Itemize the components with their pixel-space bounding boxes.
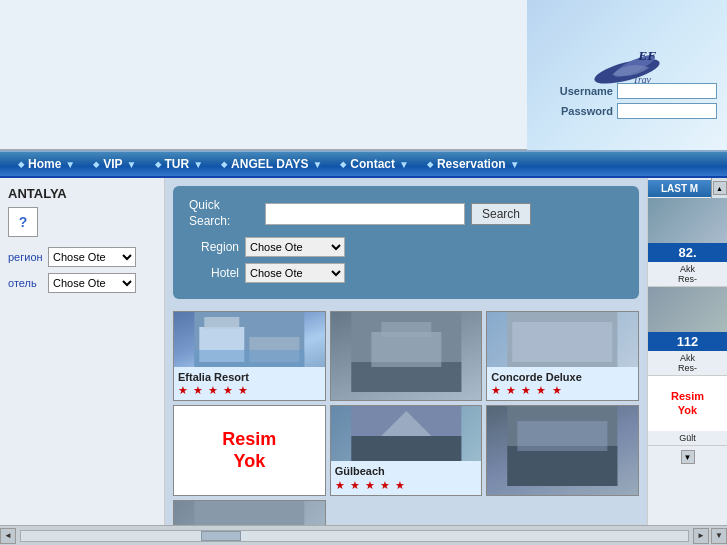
nav-tur-arrow: ▼ (193, 159, 203, 170)
last-minute-resim-yok: ResimYok (671, 390, 704, 416)
hotel-filter-row: отель Chose Ote (8, 273, 156, 293)
nav-contact-arrow: ▼ (399, 159, 409, 170)
hotel-filter-label: отель (8, 277, 44, 289)
nav-home[interactable]: ◆ Home ▼ (10, 155, 83, 173)
region-dropdown-label: Region (189, 240, 239, 254)
nav-bullet-reservation: ◆ (427, 160, 433, 169)
hotel-stars-concorde: ★ ★ ★ ★ ★ (491, 384, 634, 397)
last-minute-price-1: 82. (648, 243, 727, 262)
nav-reservation-arrow: ▼ (510, 159, 520, 170)
quick-search-row: QuickSearch: Search (189, 198, 623, 229)
svg-rect-21 (194, 501, 304, 525)
hotel-cell-mid2[interactable] (486, 405, 639, 495)
navbar: ◆ Home ▼ ◆ VIP ▼ ◆ TUR ▼ ◆ ANGEL DAYS ▼ … (0, 150, 727, 178)
nav-angel-label: ANGEL DAYS (231, 157, 308, 171)
map-icon[interactable]: ? (8, 207, 38, 237)
hotel-name-gulbeach: Gülbeach (335, 464, 478, 478)
svg-rect-14 (513, 322, 613, 362)
svg-rect-6 (204, 317, 239, 329)
left-panel: ANTALYA ? регион Chose Ote отель Chose O… (0, 178, 165, 525)
last-minute-card-2[interactable]: 112 AkkRes- (648, 287, 727, 376)
right-panel: LAST M ▲ 82. AkkRes- 112 AkkRes- ResimYo… (647, 178, 727, 525)
hotel-cell-mid1[interactable] (330, 311, 483, 401)
svg-rect-20 (518, 421, 608, 451)
nav-tur[interactable]: ◆ TUR ▼ (147, 155, 212, 173)
region-select[interactable]: Chose Ote (48, 247, 136, 267)
nav-bullet-tur: ◆ (155, 160, 161, 169)
nav-reservation-label: Reservation (437, 157, 506, 171)
header: EF Trav Username Password (0, 0, 727, 150)
scroll-left-arrow[interactable]: ◄ (0, 528, 16, 544)
scrollbar-track[interactable] (20, 530, 689, 542)
nav-home-arrow: ▼ (65, 159, 75, 170)
hotels-grid: Eftalia Resort ★ ★ ★ ★ ★ (173, 311, 639, 525)
password-input[interactable] (617, 103, 717, 119)
last-minute-card-3[interactable]: ResimYok Gült (648, 376, 727, 446)
center-panel: QuickSearch: Search Region Chose Ote Hot… (165, 178, 647, 525)
password-label: Password (553, 105, 613, 117)
main-layout: ANTALYA ? регион Chose Ote отель Chose O… (0, 178, 727, 525)
hotel-cell-rixos[interactable]: Rixos Lares ★ ★ ★ ★ ★ (173, 500, 326, 525)
resim-yok-text: ResimYok (222, 429, 276, 472)
nav-reservation[interactable]: ◆ Reservation ▼ (419, 155, 528, 173)
svg-rect-16 (351, 436, 461, 461)
nav-bullet-contact: ◆ (340, 160, 346, 169)
svg-rect-19 (508, 446, 618, 486)
last-minute-header: LAST M (648, 180, 711, 197)
nav-angel[interactable]: ◆ ANGEL DAYS ▼ (213, 155, 330, 173)
scrollbar-thumb[interactable] (201, 531, 241, 541)
hotel-cell-eftalia[interactable]: Eftalia Resort ★ ★ ★ ★ ★ (173, 311, 326, 401)
nav-bullet-angel: ◆ (221, 160, 227, 169)
nav-vip[interactable]: ◆ VIP ▼ (85, 155, 144, 173)
last-minute-img-1 (648, 198, 727, 243)
hotel-cell-concorde[interactable]: Concorde Deluxe ★ ★ ★ ★ ★ (486, 311, 639, 401)
svg-rect-8 (194, 350, 304, 367)
bottom-scrollbar: ◄ ► ▼ (0, 525, 727, 545)
region-dropdown-row: Region Chose Ote (189, 237, 623, 257)
vscroll-up-arrow[interactable]: ▲ (713, 181, 727, 195)
nav-vip-label: VIP (103, 157, 122, 171)
hotel-select[interactable]: Chose Ote (48, 273, 136, 293)
username-label: Username (553, 85, 613, 97)
username-input[interactable] (617, 83, 717, 99)
last-minute-name-1: AkkRes- (648, 262, 727, 286)
last-minute-price-2: 112 (648, 332, 727, 351)
hotel-cell-gulbeach[interactable]: Gülbeach ★ ★ ★ ★ ★ (330, 405, 483, 495)
quick-search-label: QuickSearch: (189, 198, 259, 229)
search-input[interactable] (265, 203, 465, 225)
hotel-dropdown-row: Hotel Chose Ote (189, 263, 623, 283)
scroll-right-arrow[interactable]: ► (693, 528, 709, 544)
last-minute-img-2 (648, 287, 727, 332)
login-form: Username Password (553, 83, 717, 119)
hotel-dropdown[interactable]: Chose Ote (245, 263, 345, 283)
hotel-info-gulbeach: Gülbeach ★ ★ ★ ★ ★ (331, 461, 482, 494)
vscroll-down-arrow[interactable]: ▼ (681, 450, 695, 464)
hotel-name-eftalia: Eftalia Resort (178, 370, 321, 384)
hotel-info-concorde: Concorde Deluxe ★ ★ ★ ★ ★ (487, 367, 638, 400)
nav-bullet-home: ◆ (18, 160, 24, 169)
logo-area: EF Trav (527, 0, 727, 150)
svg-text:EF: EF (637, 48, 656, 63)
vscroll-bottom-arrow-2[interactable]: ▼ (711, 528, 727, 544)
hotel-dropdown-label: Hotel (189, 266, 239, 280)
nav-home-label: Home (28, 157, 61, 171)
svg-rect-12 (381, 322, 431, 337)
hotel-cell-resim-yok[interactable]: ResimYok (173, 405, 326, 495)
hotel-stars-eftalia: ★ ★ ★ ★ ★ (178, 384, 321, 397)
password-row: Password (553, 103, 717, 119)
last-minute-card-1[interactable]: 82. AkkRes- (648, 198, 727, 287)
search-button[interactable]: Search (471, 203, 531, 225)
last-minute-no-image-3: ResimYok (648, 376, 727, 431)
region-filter-row: регион Chose Ote (8, 247, 156, 267)
hotel-info-eftalia: Eftalia Resort ★ ★ ★ ★ ★ (174, 367, 325, 400)
nav-tur-label: TUR (165, 157, 190, 171)
nav-vip-arrow: ▼ (127, 159, 137, 170)
region-dropdown[interactable]: Chose Ote (245, 237, 345, 257)
last-minute-name-3: Gült (648, 431, 727, 445)
svg-rect-11 (371, 332, 441, 367)
nav-bullet-vip: ◆ (93, 160, 99, 169)
nav-angel-arrow: ▼ (312, 159, 322, 170)
nav-contact[interactable]: ◆ Contact ▼ (332, 155, 417, 173)
nav-contact-label: Contact (350, 157, 395, 171)
username-row: Username (553, 83, 717, 99)
